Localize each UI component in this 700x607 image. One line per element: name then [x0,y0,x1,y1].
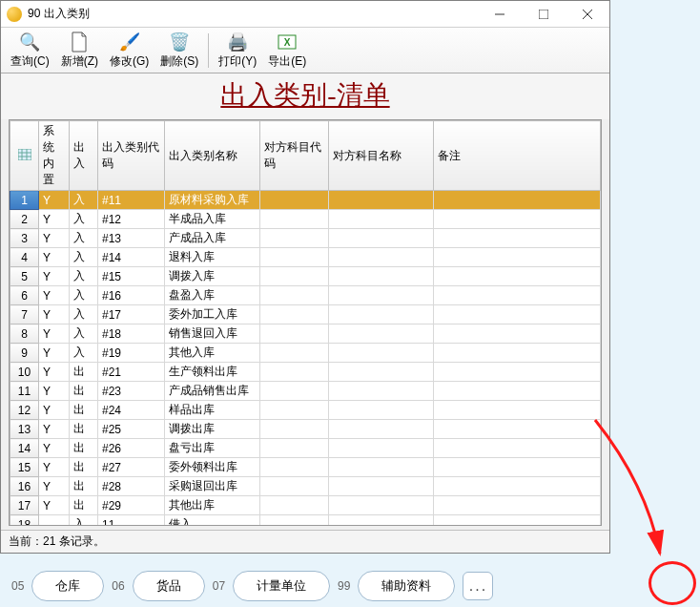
rownum-cell[interactable]: 18 [10,515,39,527]
cell[interactable] [260,305,329,324]
cell[interactable]: 盘盈入库 [165,286,260,305]
cell[interactable] [260,458,329,477]
cell[interactable] [260,515,329,527]
cell[interactable] [434,248,601,267]
col-opname[interactable]: 对方科目名称 [329,121,434,191]
cell[interactable]: 出 [70,477,98,496]
table-row[interactable]: 2Y入#12半成品入库 [10,210,601,229]
cell[interactable]: 入 [70,248,98,267]
rownum-cell[interactable]: 15 [10,458,39,477]
rownum-cell[interactable]: 9 [10,344,39,363]
cell[interactable]: #29 [98,496,165,515]
nav-warehouse-button[interactable]: 仓库 [31,571,104,601]
table-row[interactable]: 16Y出#28采购退回出库 [10,477,601,496]
cell[interactable] [434,420,601,439]
cell[interactable] [260,210,329,229]
cell[interactable]: Y [39,477,70,496]
cell[interactable]: 入 [70,229,98,248]
rownum-cell[interactable]: 13 [10,420,39,439]
col-io[interactable]: 出入 [70,121,98,191]
cell[interactable]: #15 [98,267,165,286]
col-remark[interactable]: 备注 [434,121,601,191]
cell[interactable] [434,458,601,477]
cell[interactable]: 出 [70,382,98,401]
cell[interactable]: 产成品销售出库 [165,382,260,401]
cell[interactable] [434,286,601,305]
cell[interactable]: Y [39,344,70,363]
cell[interactable]: 退料入库 [165,248,260,267]
cell[interactable]: Y [39,324,70,344]
cell[interactable] [434,229,601,248]
cell[interactable] [260,477,329,496]
cell[interactable]: 入 [70,344,98,363]
cell[interactable]: 入 [70,515,98,527]
edit-button[interactable]: 🖌️ 修改(G) [104,30,154,72]
rownum-cell[interactable]: 5 [10,267,39,286]
cell[interactable]: 入 [70,191,98,210]
delete-button[interactable]: 🗑️ 删除(S) [154,30,204,72]
cell[interactable] [329,191,434,210]
cell[interactable] [329,477,434,496]
cell[interactable]: Y [39,363,70,382]
cell[interactable] [39,515,70,527]
cell[interactable] [329,496,434,515]
cell[interactable] [260,382,329,401]
cell[interactable]: #13 [98,229,165,248]
minimize-button[interactable] [478,1,522,28]
cell[interactable]: #17 [98,305,165,324]
cell[interactable] [260,248,329,267]
cell[interactable] [434,344,601,363]
table-row[interactable]: 8Y入#18销售退回入库 [10,324,601,344]
table-row[interactable]: 1Y入#11原材料采购入库 [10,191,601,210]
cell[interactable]: 入 [70,286,98,305]
print-button[interactable]: 🖨️ 打印(Y) [213,30,262,72]
cell[interactable]: 出 [70,420,98,439]
rownum-cell[interactable]: 6 [10,286,39,305]
cell[interactable] [329,344,434,363]
cell[interactable] [329,229,434,248]
cell[interactable]: #21 [98,363,165,382]
cell[interactable]: 其他出库 [165,496,260,515]
cell[interactable]: 出 [70,401,98,420]
nav-auxdata-button[interactable]: 辅助资料 [358,571,455,601]
query-button[interactable]: 🔍 查询(C) [5,30,55,72]
cell[interactable] [329,267,434,286]
cell[interactable] [434,477,601,496]
nav-more-button[interactable]: ... [463,572,493,600]
cell[interactable]: 入 [70,305,98,324]
cell[interactable] [260,401,329,420]
cell[interactable]: 入 [70,324,98,344]
cell[interactable]: #12 [98,210,165,229]
table-row[interactable]: 11Y出#23产成品销售出库 [10,382,601,401]
cell[interactable] [329,515,434,527]
cell[interactable]: #24 [98,401,165,420]
cell[interactable]: #23 [98,382,165,401]
cell[interactable] [434,191,601,210]
nav-goods-button[interactable]: 货品 [133,571,205,601]
cell[interactable]: 采购退回出库 [165,477,260,496]
cell[interactable] [329,286,434,305]
cell[interactable]: #14 [98,248,165,267]
cell[interactable]: 样品出库 [165,401,260,420]
cell[interactable]: 委外领料出库 [165,458,260,477]
cell[interactable]: Y [39,248,70,267]
table-row[interactable]: 3Y入#13产成品入库 [10,229,601,248]
export-button[interactable]: X 导出(E) [262,30,312,72]
cell[interactable] [434,210,601,229]
rownum-cell[interactable]: 11 [10,382,39,401]
cell[interactable]: Y [39,286,70,305]
rownum-cell[interactable]: 7 [10,305,39,324]
cell[interactable] [434,324,601,344]
cell[interactable]: Y [39,382,70,401]
table-row[interactable]: 4Y入#14退料入库 [10,248,601,267]
cell[interactable]: Y [39,458,70,477]
rownum-cell[interactable]: 17 [10,496,39,515]
new-button[interactable]: 新增(Z) [55,30,104,72]
rownum-cell[interactable]: 14 [10,439,39,458]
cell[interactable] [434,496,601,515]
cell[interactable] [329,305,434,324]
cell[interactable]: Y [39,305,70,324]
cell[interactable]: 调拨入库 [165,267,260,286]
cell[interactable] [260,363,329,382]
table-row[interactable]: 18入11借入 [10,515,601,527]
